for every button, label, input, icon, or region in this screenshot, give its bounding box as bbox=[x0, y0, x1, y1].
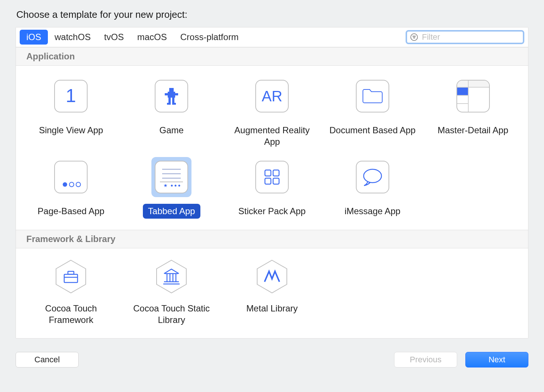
svg-point-21 bbox=[69, 182, 74, 187]
svg-rect-30 bbox=[265, 170, 271, 176]
metal-hex-icon bbox=[254, 259, 290, 294]
template-label: iMessage App bbox=[339, 204, 406, 218]
tabbed-icon bbox=[155, 161, 188, 193]
svg-marker-39 bbox=[157, 260, 186, 293]
template-ar[interactable]: AR Augmented Reality App bbox=[224, 76, 321, 149]
svg-point-34 bbox=[364, 169, 381, 183]
dialog-title: Choose a template for your new project: bbox=[16, 9, 528, 20]
chat-bubble-icon bbox=[356, 161, 389, 193]
svg-marker-35 bbox=[56, 260, 86, 293]
svg-rect-15 bbox=[457, 87, 468, 95]
tab-ios[interactable]: iOS bbox=[20, 30, 48, 45]
template-label: Metal Library bbox=[241, 301, 303, 316]
template-cocoa-framework[interactable]: Cocoa Touch Framework bbox=[23, 259, 119, 327]
one-icon: 1 bbox=[54, 80, 88, 112]
templates-grid-framework: Cocoa Touch Framework bbox=[16, 248, 528, 338]
svg-point-20 bbox=[63, 182, 67, 187]
svg-point-22 bbox=[76, 182, 81, 187]
building-hex-icon bbox=[154, 259, 189, 294]
svg-rect-7 bbox=[165, 93, 168, 95]
template-single-view[interactable]: 1 Single View App bbox=[23, 76, 119, 149]
page-dots-icon bbox=[54, 161, 88, 193]
svg-text:1: 1 bbox=[66, 85, 76, 106]
filter-field[interactable] bbox=[406, 30, 524, 44]
tab-macos[interactable]: macOS bbox=[131, 30, 174, 45]
template-label: Sticker Pack App bbox=[233, 204, 311, 218]
template-label: Single View App bbox=[34, 123, 108, 137]
section-header-framework: Framework & Library bbox=[16, 230, 528, 248]
template-label: Cocoa Touch Framework bbox=[23, 301, 119, 327]
svg-point-27 bbox=[171, 185, 173, 187]
next-button[interactable]: Next bbox=[465, 352, 528, 368]
toolbox-hex-icon bbox=[53, 259, 89, 294]
dialog-footer: Cancel Previous Next bbox=[16, 352, 528, 368]
template-metal[interactable]: Metal Library bbox=[224, 259, 321, 327]
ar-icon: AR bbox=[255, 80, 289, 112]
template-label: Master-Detail App bbox=[432, 123, 514, 137]
master-detail-icon bbox=[456, 80, 490, 112]
template-label: Document Based App bbox=[324, 123, 421, 137]
tab-tvos[interactable]: tvOS bbox=[97, 30, 130, 45]
section-header-application: Application bbox=[16, 47, 528, 66]
svg-text:AR: AR bbox=[262, 88, 282, 104]
svg-rect-9 bbox=[168, 98, 171, 103]
new-project-dialog: Choose a template for your new project: … bbox=[0, 0, 544, 392]
template-tabbed[interactable]: Tabbed App bbox=[123, 157, 220, 218]
template-sticker[interactable]: Sticker Pack App bbox=[224, 157, 321, 218]
svg-rect-11 bbox=[167, 103, 171, 105]
template-master-detail[interactable]: Master-Detail App bbox=[425, 76, 521, 149]
game-icon bbox=[155, 80, 188, 112]
template-panel: iOS watchOS tvOS macOS Cross-platform Ap… bbox=[16, 27, 528, 339]
template-label: Augmented Reality App bbox=[224, 123, 321, 149]
filter-icon bbox=[410, 33, 418, 41]
svg-rect-10 bbox=[172, 98, 174, 103]
svg-point-29 bbox=[178, 185, 180, 187]
svg-rect-6 bbox=[168, 92, 175, 98]
template-imessage[interactable]: iMessage App bbox=[324, 157, 421, 218]
templates-grid-application: 1 Single View App bbox=[16, 66, 528, 230]
template-label: Tabbed App bbox=[143, 204, 200, 218]
previous-button[interactable]: Previous bbox=[394, 352, 457, 368]
tab-cross-platform[interactable]: Cross-platform bbox=[174, 30, 245, 45]
svg-rect-31 bbox=[273, 170, 279, 176]
folder-icon bbox=[356, 80, 389, 112]
svg-rect-8 bbox=[175, 93, 178, 95]
svg-rect-5 bbox=[169, 88, 174, 92]
svg-rect-12 bbox=[172, 103, 176, 105]
svg-rect-32 bbox=[265, 178, 271, 184]
svg-marker-47 bbox=[257, 260, 287, 293]
template-page-based[interactable]: Page-Based App bbox=[23, 157, 119, 218]
grid-icon bbox=[255, 161, 289, 193]
platform-tabbar: iOS watchOS tvOS macOS Cross-platform bbox=[16, 27, 528, 47]
svg-rect-33 bbox=[273, 178, 279, 184]
svg-point-28 bbox=[175, 185, 177, 187]
template-game[interactable]: Game bbox=[123, 76, 220, 149]
platform-tabs: iOS watchOS tvOS macOS Cross-platform bbox=[20, 30, 245, 45]
template-label: Page-Based App bbox=[32, 204, 109, 218]
template-cocoa-static[interactable]: Cocoa Touch Static Library bbox=[123, 259, 220, 327]
template-label: Game bbox=[154, 123, 189, 137]
svg-rect-14 bbox=[457, 81, 489, 87]
template-label: Cocoa Touch Static Library bbox=[123, 301, 220, 327]
tab-watchos[interactable]: watchOS bbox=[48, 30, 97, 45]
template-document[interactable]: Document Based App bbox=[324, 76, 421, 149]
cancel-button[interactable]: Cancel bbox=[16, 352, 79, 368]
filter-input[interactable] bbox=[421, 32, 520, 42]
